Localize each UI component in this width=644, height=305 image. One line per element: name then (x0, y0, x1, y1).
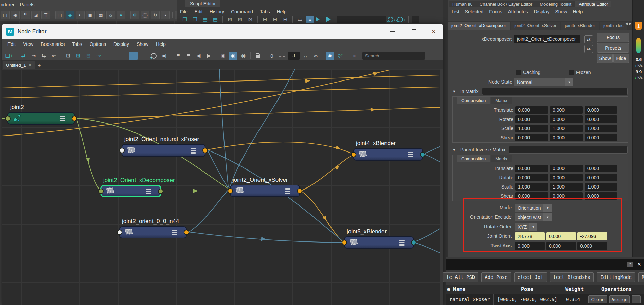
layout-graph-icon[interactable]: ⊡ (64, 52, 72, 60)
dock-tab-modeling-toolkit[interactable]: Modeling Toolkit (536, 1, 575, 7)
display-connected-icon[interactable]: ≡ (119, 52, 127, 60)
crossing-arrows-icon[interactable]: × (350, 52, 359, 60)
node-menu-icon[interactable] (191, 148, 196, 154)
tab-scroll-left-icon[interactable]: ◀ (625, 22, 628, 25)
caching-checkbox[interactable] (516, 70, 521, 75)
ae-menu-display[interactable]: Display (534, 9, 550, 14)
tab-add-button[interactable]: + (38, 61, 41, 69)
bookmark-add-icon[interactable]: ⚑ (174, 52, 182, 60)
grab-tool-icon[interactable]: ✥ (130, 11, 139, 19)
execute-line-icon[interactable] (316, 17, 320, 21)
quick-find-input[interactable] (337, 16, 386, 23)
maximize-button[interactable] (407, 26, 421, 37)
sphere-mesh-icon[interactable]: ▦ (96, 11, 105, 19)
matrix-field[interactable]: 0.000 (585, 174, 617, 181)
ne-menu-show[interactable]: Show (137, 41, 148, 47)
sphere-white-icon[interactable]: ◯ (141, 11, 149, 19)
maya-menu-nderer[interactable]: nderer (1, 2, 14, 7)
frozen-checkbox[interactable] (569, 70, 574, 75)
node-joint5_xBlender[interactable]: joint5_xBlender (344, 236, 414, 249)
view-mode-simple-icon[interactable]: ◉ (219, 52, 227, 60)
section-header-0[interactable]: ▼In Matrix (452, 88, 628, 95)
node-menu-icon[interactable] (285, 188, 290, 194)
output-port[interactable] (411, 240, 416, 245)
sync-selection-icon[interactable]: ⇄ (19, 52, 28, 60)
node-joint2_orient_0_0_n44[interactable]: joint2_orient_0_0_n44 (119, 226, 187, 238)
ae-menu-focus[interactable]: Focus (489, 9, 502, 14)
input-port[interactable] (117, 230, 122, 235)
line-numbers-icon[interactable]: ≡ (306, 16, 314, 23)
remove-from-graph-icon[interactable]: ⊟ (84, 52, 93, 60)
node-editor-titlebar[interactable]: M Node Editor (2, 24, 443, 39)
tab-composition[interactable]: Composition (457, 96, 490, 104)
op-clone-button[interactable]: Clone (588, 295, 607, 303)
tab-scroll-right-icon[interactable]: ▶ (629, 22, 632, 25)
show-both-icon[interactable]: ⊟ (281, 16, 289, 23)
matrix-field[interactable]: 1.000 (515, 125, 548, 132)
rotate-view-icon[interactable]: ↻ (151, 11, 160, 19)
node-joint2[interactable]: joint2 (7, 112, 75, 125)
input-port[interactable] (351, 152, 356, 157)
matrix-field[interactable]: 0.000 (515, 106, 548, 114)
matrix-field[interactable]: 1.000 (550, 125, 583, 132)
connect-loop-icon[interactable]: ⇄ (584, 35, 593, 43)
grid-snap-icon[interactable]: # (326, 52, 334, 60)
node-search-input[interactable]: Search... (362, 52, 425, 60)
script-menu-history[interactable]: History (210, 9, 225, 14)
search-up-icon[interactable]: ↑ (397, 17, 405, 22)
graph-overview-icon[interactable]: ▣ (160, 52, 168, 60)
matrix-field[interactable]: 0.000 (585, 165, 617, 172)
display-all-icon[interactable]: ≡ (129, 52, 138, 60)
node-joint2_Orient_xDecomposer[interactable]: joint2_Orient_xDecomposer (100, 185, 161, 197)
matrix-field[interactable]: 0.000 (585, 134, 617, 141)
help-icon[interactable]: ? (627, 262, 633, 267)
input-port[interactable] (342, 240, 347, 245)
matrix-field[interactable]: 0.000 (585, 115, 617, 123)
node-joint2_Orient_natural_xPoser[interactable]: joint2_Orient_natural_xPoser (122, 144, 205, 157)
matrix-field[interactable]: 1.000 (550, 183, 583, 191)
display-custom-icon[interactable]: ≡ (139, 52, 148, 60)
zoom-search-icon[interactable] (149, 52, 158, 60)
tab-scroll-arrows[interactable]: ◀ ▶ (625, 22, 632, 25)
hide-button[interactable]: Hide (613, 54, 629, 63)
pose-button-reset-all-poses[interactable]: Reset All Poses (638, 272, 644, 282)
pose-close-icon[interactable]: ✕ (637, 260, 641, 267)
open-file-icon[interactable]: ❐ (181, 16, 189, 23)
ne-menu-bookmarks[interactable]: Bookmarks (41, 41, 65, 47)
node-state-dropdown[interactable]: Normal ▼ (514, 78, 573, 86)
matrix-summary-field[interactable] (482, 88, 628, 95)
shield-badge-icon[interactable]: 1 (635, 22, 642, 30)
tab-matrix[interactable]: Matrix (491, 155, 512, 162)
show-output-icon[interactable]: ⊞ (271, 16, 279, 23)
infinite-depth-icon[interactable]: ∞ (311, 52, 320, 60)
matrix-field[interactable]: 0.000 (550, 106, 583, 114)
ae-menu-show[interactable]: Show (555, 9, 567, 14)
dock-tab-human-ik[interactable]: Human IK (449, 1, 476, 7)
input-port[interactable] (119, 148, 125, 153)
op-assign-button[interactable]: Assign (609, 295, 630, 303)
viewport-single-icon[interactable]: ◫ (1, 11, 10, 19)
ne-menu-edit[interactable]: Edit (7, 41, 16, 47)
tab-composition[interactable]: Composition (457, 155, 490, 162)
pose-button-elect-joi[interactable]: elect Joi (514, 272, 547, 282)
matrix-field[interactable]: 0.000 (550, 115, 583, 123)
matrix-field[interactable]: 0.000 (550, 165, 583, 172)
node-tab-joint2_orient_xsolver[interactable]: joint2_Orient_xSolver (511, 22, 560, 30)
cube-outline-icon[interactable]: ▢ (55, 11, 64, 19)
graph-scrollbar[interactable] (440, 69, 443, 305)
view-mode-connected-icon[interactable]: ◉ (229, 52, 237, 60)
chevron-down-icon[interactable]: ▼ (565, 78, 573, 86)
lock-unlocked-icon[interactable] (253, 52, 262, 60)
output-port[interactable] (158, 189, 163, 194)
matrix-field[interactable]: 0.000 (585, 106, 617, 114)
output-connections-icon[interactable]: ⇤ (50, 52, 58, 60)
output-port[interactable] (297, 188, 302, 194)
create-node-icon[interactable]: ❑+ (5, 52, 13, 60)
matrix-field[interactable]: 0.000 (550, 174, 583, 181)
collapse-triangle-icon[interactable]: ▼ (452, 148, 456, 152)
pin-path-icon[interactable]: ⇢ (94, 52, 103, 60)
node-menu-icon[interactable] (399, 240, 405, 246)
all-connections-icon[interactable]: ⇆ (39, 52, 48, 60)
pose-button-editingmode[interactable]: EditingMode (597, 272, 635, 282)
expand-depth-icon[interactable]: ↔ (301, 52, 310, 60)
